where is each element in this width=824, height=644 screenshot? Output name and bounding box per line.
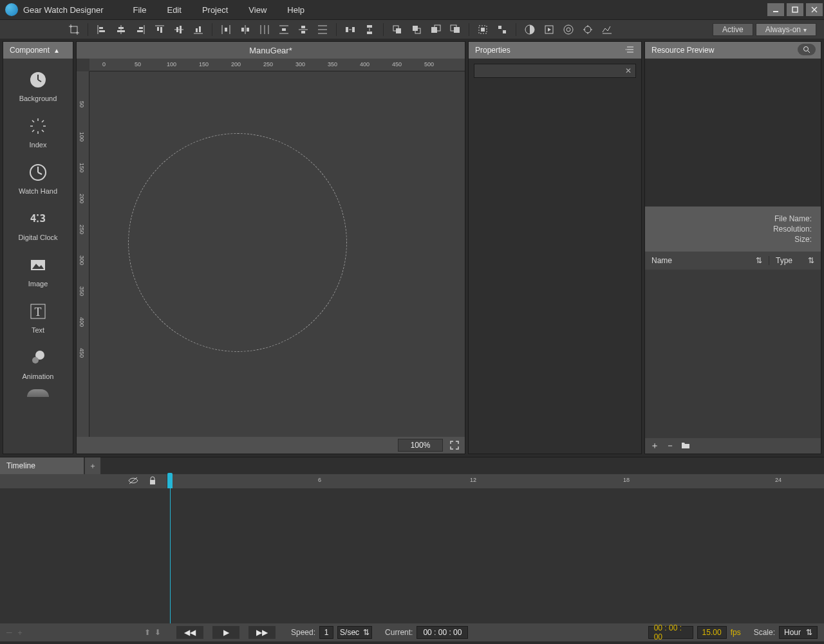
tool-align-2[interactable] bbox=[113, 21, 129, 38]
properties-filter-input[interactable]: ✕ bbox=[474, 64, 636, 78]
app-logo-icon bbox=[5, 3, 18, 16]
tool-preview-3[interactable] bbox=[560, 21, 577, 38]
component-animation[interactable]: Animation bbox=[3, 343, 73, 389]
component-image[interactable]: Image bbox=[3, 250, 73, 297]
svg-rect-49 bbox=[367, 32, 372, 34]
component-digital-clock[interactable]: 4⁚3 Digital Clock bbox=[3, 204, 73, 250]
forward-button[interactable]: ▶▶ bbox=[248, 626, 276, 639]
tool-layer-2[interactable] bbox=[408, 21, 425, 38]
scale-select[interactable]: Hour⇅ bbox=[779, 626, 818, 639]
tool-dist-2[interactable] bbox=[237, 21, 254, 38]
tool-dist-6[interactable] bbox=[314, 21, 331, 38]
tool-group-1[interactable] bbox=[474, 21, 491, 38]
tool-dist-4[interactable] bbox=[276, 21, 292, 38]
tool-align-3[interactable] bbox=[132, 21, 149, 38]
key-down-icon[interactable]: ⬇ bbox=[154, 628, 161, 637]
key-up-icon[interactable]: ⬆ bbox=[144, 628, 151, 637]
play-button[interactable]: ▶ bbox=[212, 626, 239, 639]
tool-align-5[interactable] bbox=[171, 21, 187, 38]
app-title: Gear Watch Designer bbox=[23, 5, 104, 15]
panel-menu-icon[interactable] bbox=[626, 46, 635, 55]
tool-preview-2[interactable] bbox=[541, 21, 557, 38]
svg-rect-62 bbox=[503, 30, 506, 33]
mode-always-on-button[interactable]: Always-on bbox=[756, 23, 816, 36]
current-time[interactable]: 00 : 00 : 00 bbox=[417, 626, 468, 639]
tool-align-1[interactable] bbox=[93, 21, 110, 38]
svg-rect-19 bbox=[157, 27, 159, 31]
speed-label: Speed: bbox=[291, 628, 315, 637]
component-index[interactable]: Index bbox=[3, 111, 73, 158]
tool-dist-5[interactable] bbox=[295, 21, 312, 38]
svg-rect-29 bbox=[225, 28, 227, 32]
ruler-horizontal: 0 50 100 150 200 250 300 350 400 450 500 bbox=[89, 59, 465, 71]
tool-layer-4[interactable] bbox=[447, 21, 464, 38]
menu-project[interactable]: Project bbox=[192, 1, 238, 19]
tool-space-1[interactable] bbox=[342, 21, 359, 38]
playhead-icon[interactable] bbox=[167, 473, 173, 490]
component-text[interactable]: T Text bbox=[3, 297, 73, 343]
svg-rect-14 bbox=[117, 30, 125, 32]
svg-rect-32 bbox=[247, 28, 249, 32]
resource-column-name[interactable]: Name⇅ bbox=[645, 256, 769, 265]
canvas-area[interactable]: 0 50 100 150 200 250 300 350 400 450 500… bbox=[77, 59, 465, 437]
tool-align-6[interactable] bbox=[190, 21, 207, 38]
resource-folder-button[interactable] bbox=[681, 441, 690, 451]
tool-layer-1[interactable] bbox=[389, 21, 406, 38]
component-panel-header[interactable]: Component▲ bbox=[3, 42, 73, 59]
svg-rect-23 bbox=[180, 26, 182, 33]
mode-active-button[interactable]: Active bbox=[713, 23, 753, 36]
svg-rect-26 bbox=[199, 26, 201, 32]
menu-file[interactable]: File bbox=[123, 1, 157, 19]
svg-rect-17 bbox=[137, 30, 143, 32]
fit-screen-icon[interactable] bbox=[448, 439, 461, 452]
window-maximize-button[interactable] bbox=[787, 3, 803, 16]
clock-icon bbox=[27, 69, 49, 91]
document-tab[interactable]: ManuGear* bbox=[77, 42, 465, 59]
component-watch-hand[interactable]: Watch Hand bbox=[3, 158, 73, 204]
svg-rect-22 bbox=[176, 27, 178, 32]
expand-up-icon[interactable]: ＋ bbox=[16, 627, 24, 638]
tool-space-2[interactable] bbox=[361, 21, 378, 38]
window-minimize-button[interactable] bbox=[767, 3, 784, 16]
menu-edit[interactable]: Edit bbox=[156, 1, 191, 19]
resource-remove-button[interactable]: － bbox=[666, 440, 675, 452]
timeline-ruler[interactable]: 6 12 18 24 bbox=[0, 474, 824, 488]
component-background[interactable]: Background bbox=[3, 65, 73, 111]
watch-face-outline[interactable] bbox=[128, 133, 347, 352]
fps-value: 15.00 bbox=[697, 626, 727, 639]
tool-dist-3[interactable] bbox=[256, 21, 273, 38]
component-more-icon[interactable] bbox=[27, 389, 49, 397]
animation-icon bbox=[27, 347, 49, 369]
clear-icon[interactable]: ✕ bbox=[625, 66, 632, 75]
lock-icon[interactable] bbox=[149, 476, 156, 486]
timeline-tracks[interactable] bbox=[0, 488, 824, 623]
visibility-icon[interactable] bbox=[128, 476, 138, 486]
tool-group-2[interactable] bbox=[494, 21, 510, 38]
timeline-add-tab[interactable]: ＋ bbox=[85, 457, 100, 474]
title-bar: Gear Watch Designer File Edit Project Vi… bbox=[0, 0, 824, 19]
speed-value[interactable]: 1 bbox=[319, 626, 333, 639]
svg-line-87 bbox=[38, 172, 42, 174]
resource-preview-panel: Resource Preview File Name: Resolution: … bbox=[644, 41, 821, 454]
svg-point-99 bbox=[804, 47, 809, 51]
rewind-button[interactable]: ◀◀ bbox=[176, 626, 203, 639]
zoom-level[interactable]: 100% bbox=[398, 439, 443, 452]
resource-column-type[interactable]: Type⇅ bbox=[769, 256, 821, 265]
svg-rect-1 bbox=[792, 7, 798, 12]
timeline-tab[interactable]: Timeline bbox=[0, 457, 84, 474]
tool-crop[interactable] bbox=[66, 21, 82, 38]
tool-preview-4[interactable] bbox=[579, 21, 596, 38]
tool-layer-3[interactable] bbox=[427, 21, 444, 38]
search-icon[interactable] bbox=[798, 44, 816, 55]
tool-preview-5[interactable] bbox=[599, 21, 615, 38]
tool-align-4[interactable] bbox=[151, 21, 168, 38]
speed-unit-select[interactable]: S/sec⇅ bbox=[337, 626, 372, 639]
tool-dist-1[interactable] bbox=[218, 21, 234, 38]
window-close-button[interactable] bbox=[806, 3, 823, 16]
menu-view[interactable]: View bbox=[238, 1, 277, 19]
menu-help[interactable]: Help bbox=[277, 1, 315, 19]
timeline-panel: Timeline ＋ 6 12 18 24 ─ ＋ ⬆ ⬇ ◀◀ ▶ ▶▶ bbox=[0, 457, 824, 641]
resource-add-button[interactable]: ＋ bbox=[650, 440, 659, 452]
collapse-down-icon[interactable]: ─ bbox=[6, 628, 12, 637]
tool-preview-1[interactable] bbox=[521, 21, 538, 38]
